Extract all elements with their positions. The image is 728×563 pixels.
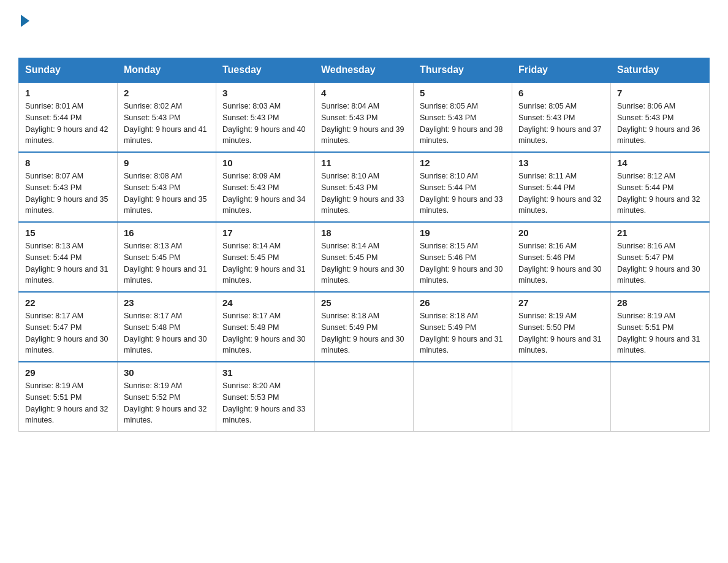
day-info: Sunrise: 8:17 AMSunset: 5:47 PMDaylight:… [25, 312, 108, 354]
day-number: 2 [124, 88, 210, 98]
day-number: 5 [420, 88, 506, 98]
day-number: 3 [222, 88, 308, 98]
day-number: 18 [321, 228, 407, 238]
day-info: Sunrise: 8:10 AMSunset: 5:43 PMDaylight:… [321, 172, 404, 215]
day-header-tuesday: Tuesday [216, 58, 315, 83]
day-info: Sunrise: 8:19 AMSunset: 5:50 PMDaylight:… [518, 312, 602, 354]
calendar-cell [611, 362, 710, 432]
day-number: 12 [420, 158, 506, 168]
calendar-cell: 15 Sunrise: 8:13 AMSunset: 5:44 PMDaylig… [19, 222, 118, 292]
day-info: Sunrise: 8:16 AMSunset: 5:47 PMDaylight:… [617, 242, 700, 285]
page-header: Genera [18, 12, 710, 45]
day-number: 6 [518, 88, 604, 98]
calendar-table: SundayMondayTuesdayWednesdayThursdayFrid… [18, 58, 710, 432]
day-number: 14 [617, 158, 703, 168]
day-number: 29 [25, 367, 111, 378]
day-number: 8 [25, 158, 111, 168]
day-info: Sunrise: 8:19 AMSunset: 5:51 PMDaylight:… [617, 312, 700, 354]
calendar-week-row: 29 Sunrise: 8:19 AMSunset: 5:51 PMDaylig… [19, 362, 710, 432]
day-info: Sunrise: 8:18 AMSunset: 5:49 PMDaylight:… [321, 312, 404, 354]
calendar-week-row: 15 Sunrise: 8:13 AMSunset: 5:44 PMDaylig… [19, 222, 710, 292]
day-info: Sunrise: 8:10 AMSunset: 5:44 PMDaylight:… [420, 172, 503, 215]
day-header-saturday: Saturday [611, 58, 710, 83]
day-number: 24 [222, 297, 308, 308]
day-number: 22 [25, 297, 111, 308]
day-info: Sunrise: 8:04 AMSunset: 5:43 PMDaylight:… [321, 102, 404, 145]
calendar-cell: 9 Sunrise: 8:08 AMSunset: 5:43 PMDayligh… [118, 152, 216, 222]
day-info: Sunrise: 8:01 AMSunset: 5:44 PMDaylight:… [25, 102, 108, 145]
day-number: 13 [518, 158, 604, 168]
calendar-cell: 21 Sunrise: 8:16 AMSunset: 5:47 PMDaylig… [611, 222, 710, 292]
day-info: Sunrise: 8:05 AMSunset: 5:43 PMDaylight:… [420, 102, 503, 145]
calendar-week-row: 1 Sunrise: 8:01 AMSunset: 5:44 PMDayligh… [19, 82, 710, 152]
logo: Genera [18, 12, 80, 45]
day-number: 16 [124, 228, 210, 238]
day-info: Sunrise: 8:14 AMSunset: 5:45 PMDaylight:… [222, 242, 306, 285]
day-number: 4 [321, 88, 407, 98]
calendar-cell: 29 Sunrise: 8:19 AMSunset: 5:51 PMDaylig… [19, 362, 118, 432]
day-header-wednesday: Wednesday [315, 58, 414, 83]
day-info: Sunrise: 8:17 AMSunset: 5:48 PMDaylight:… [124, 312, 207, 354]
calendar-cell: 3 Sunrise: 8:03 AMSunset: 5:43 PMDayligh… [216, 82, 315, 152]
day-number: 31 [222, 367, 308, 378]
calendar-cell: 25 Sunrise: 8:18 AMSunset: 5:49 PMDaylig… [315, 292, 414, 362]
calendar-cell: 23 Sunrise: 8:17 AMSunset: 5:48 PMDaylig… [118, 292, 216, 362]
calendar-cell: 17 Sunrise: 8:14 AMSunset: 5:45 PMDaylig… [216, 222, 315, 292]
calendar-cell [315, 362, 414, 432]
calendar-cell: 19 Sunrise: 8:15 AMSunset: 5:46 PMDaylig… [414, 222, 512, 292]
calendar-cell: 8 Sunrise: 8:07 AMSunset: 5:43 PMDayligh… [19, 152, 118, 222]
day-header-friday: Friday [512, 58, 611, 83]
calendar-cell: 14 Sunrise: 8:12 AMSunset: 5:44 PMDaylig… [611, 152, 710, 222]
calendar-cell: 10 Sunrise: 8:09 AMSunset: 5:43 PMDaylig… [216, 152, 315, 222]
day-info: Sunrise: 8:11 AMSunset: 5:44 PMDaylight:… [518, 172, 602, 215]
calendar-cell [414, 362, 512, 432]
day-info: Sunrise: 8:09 AMSunset: 5:43 PMDaylight:… [222, 172, 306, 215]
calendar-cell: 12 Sunrise: 8:10 AMSunset: 5:44 PMDaylig… [414, 152, 512, 222]
day-header-thursday: Thursday [414, 58, 512, 83]
day-number: 19 [420, 228, 506, 238]
calendar-cell: 24 Sunrise: 8:17 AMSunset: 5:48 PMDaylig… [216, 292, 315, 362]
day-number: 20 [518, 228, 604, 238]
day-number: 28 [617, 297, 703, 308]
calendar-cell: 5 Sunrise: 8:05 AMSunset: 5:43 PMDayligh… [414, 82, 512, 152]
calendar-cell: 2 Sunrise: 8:02 AMSunset: 5:43 PMDayligh… [118, 82, 216, 152]
day-number: 7 [617, 88, 703, 98]
day-info: Sunrise: 8:19 AMSunset: 5:52 PMDaylight:… [124, 381, 207, 424]
day-number: 23 [124, 297, 210, 308]
day-number: 30 [124, 367, 210, 378]
day-info: Sunrise: 8:15 AMSunset: 5:46 PMDaylight:… [420, 242, 503, 285]
day-info: Sunrise: 8:20 AMSunset: 5:53 PMDaylight:… [222, 381, 306, 424]
day-info: Sunrise: 8:17 AMSunset: 5:48 PMDaylight:… [222, 312, 306, 354]
calendar-cell: 6 Sunrise: 8:05 AMSunset: 5:43 PMDayligh… [512, 82, 611, 152]
calendar-cell: 4 Sunrise: 8:04 AMSunset: 5:43 PMDayligh… [315, 82, 414, 152]
day-number: 27 [518, 297, 604, 308]
calendar-cell: 26 Sunrise: 8:18 AMSunset: 5:49 PMDaylig… [414, 292, 512, 362]
day-info: Sunrise: 8:18 AMSunset: 5:49 PMDaylight:… [420, 312, 503, 354]
calendar-week-row: 22 Sunrise: 8:17 AMSunset: 5:47 PMDaylig… [19, 292, 710, 362]
calendar-cell: 31 Sunrise: 8:20 AMSunset: 5:53 PMDaylig… [216, 362, 315, 432]
day-info: Sunrise: 8:06 AMSunset: 5:43 PMDaylight:… [617, 102, 700, 145]
calendar-week-row: 8 Sunrise: 8:07 AMSunset: 5:43 PMDayligh… [19, 152, 710, 222]
day-info: Sunrise: 8:19 AMSunset: 5:51 PMDaylight:… [25, 381, 108, 424]
day-info: Sunrise: 8:14 AMSunset: 5:45 PMDaylight:… [321, 242, 404, 285]
calendar-cell: 11 Sunrise: 8:10 AMSunset: 5:43 PMDaylig… [315, 152, 414, 222]
logo-arrow-icon [21, 15, 29, 27]
day-header-sunday: Sunday [19, 58, 118, 83]
day-info: Sunrise: 8:07 AMSunset: 5:43 PMDaylight:… [25, 172, 108, 215]
day-info: Sunrise: 8:08 AMSunset: 5:43 PMDaylight:… [124, 172, 207, 215]
calendar-cell: 30 Sunrise: 8:19 AMSunset: 5:52 PMDaylig… [118, 362, 216, 432]
calendar-cell: 27 Sunrise: 8:19 AMSunset: 5:50 PMDaylig… [512, 292, 611, 362]
day-number: 10 [222, 158, 308, 168]
calendar-cell [512, 362, 611, 432]
calendar-cell: 18 Sunrise: 8:14 AMSunset: 5:45 PMDaylig… [315, 222, 414, 292]
day-number: 9 [124, 158, 210, 168]
day-info: Sunrise: 8:12 AMSunset: 5:44 PMDaylight:… [617, 172, 700, 215]
calendar-cell: 28 Sunrise: 8:19 AMSunset: 5:51 PMDaylig… [611, 292, 710, 362]
calendar-cell: 1 Sunrise: 8:01 AMSunset: 5:44 PMDayligh… [19, 82, 118, 152]
day-number: 1 [25, 88, 111, 98]
calendar-cell: 22 Sunrise: 8:17 AMSunset: 5:47 PMDaylig… [19, 292, 118, 362]
calendar-cell: 16 Sunrise: 8:13 AMSunset: 5:45 PMDaylig… [118, 222, 216, 292]
day-info: Sunrise: 8:02 AMSunset: 5:43 PMDaylight:… [124, 102, 207, 145]
day-info: Sunrise: 8:13 AMSunset: 5:45 PMDaylight:… [124, 242, 207, 285]
calendar-cell: 20 Sunrise: 8:16 AMSunset: 5:46 PMDaylig… [512, 222, 611, 292]
